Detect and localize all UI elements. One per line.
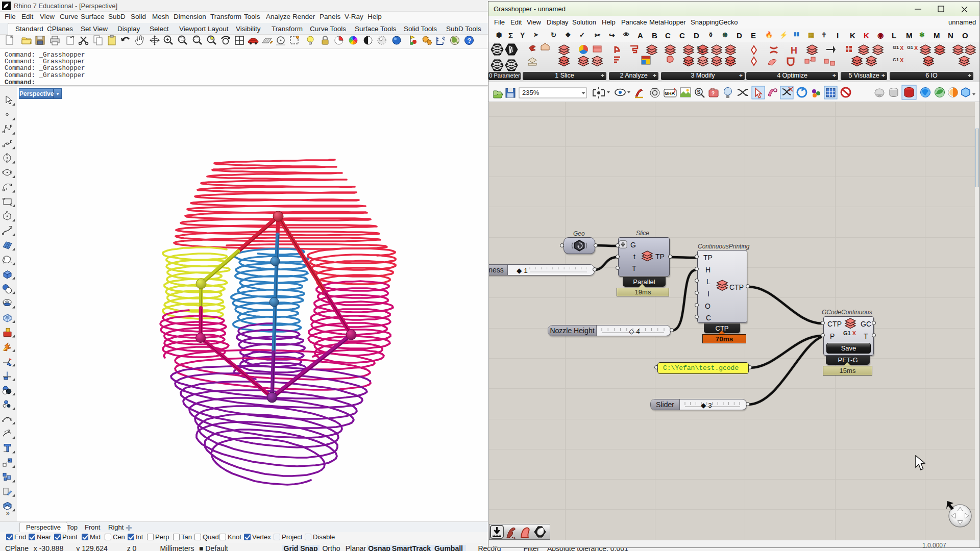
svg-text:1: 1 xyxy=(697,45,699,50)
svg-text:G1: G1 xyxy=(893,57,899,62)
svg-text:X: X xyxy=(900,45,904,51)
svg-text:235%: 235% xyxy=(522,89,540,96)
svg-text:2: 2 xyxy=(701,49,703,54)
svg-text:?: ? xyxy=(712,91,715,96)
svg-text:GHA: GHA xyxy=(665,91,675,96)
svg-text:X: X xyxy=(914,45,918,51)
svg-text:G1: G1 xyxy=(907,45,913,50)
svg-text:X: X xyxy=(900,57,904,63)
svg-text:H: H xyxy=(791,45,797,56)
svg-text:S: S xyxy=(697,89,701,95)
svg-text:»: » xyxy=(6,510,10,517)
svg-text:G1: G1 xyxy=(893,45,899,50)
svg-text:?: ? xyxy=(468,37,472,44)
